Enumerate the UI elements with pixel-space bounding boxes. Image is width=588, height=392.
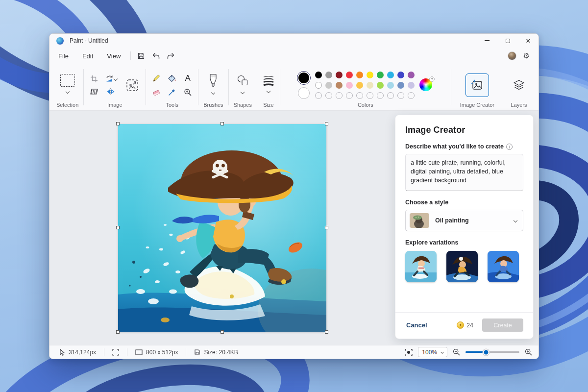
- selection-group: Selection: [52, 64, 82, 110]
- palette-color[interactable]: [387, 82, 394, 89]
- palette-empty-slot[interactable]: [408, 92, 415, 99]
- selection-handle[interactable]: [220, 122, 224, 125]
- layers-button[interactable]: [508, 74, 530, 96]
- cancel-button[interactable]: Cancel: [405, 319, 428, 331]
- resize-image-button[interactable]: [124, 77, 141, 94]
- palette-color[interactable]: [315, 82, 322, 89]
- image-creator-panel: Image Creator Describe what you'd like t…: [395, 115, 534, 339]
- cursor-icon: [59, 349, 65, 356]
- palette-color[interactable]: [346, 82, 353, 89]
- selection-handle[interactable]: [325, 330, 328, 334]
- foreground-color-swatch[interactable]: [297, 72, 310, 84]
- palette-empty-slot[interactable]: [315, 92, 322, 99]
- palette-color[interactable]: [397, 72, 404, 78]
- palette-color[interactable]: [377, 72, 384, 78]
- zoom-in-button[interactable]: [524, 348, 533, 356]
- edit-colors-button[interactable]: +: [419, 78, 433, 92]
- layers-icon: [512, 78, 526, 92]
- menu-view[interactable]: View: [100, 50, 127, 62]
- palette-empty-slot[interactable]: [356, 92, 363, 99]
- create-button[interactable]: Create: [482, 318, 523, 332]
- palette-color[interactable]: [367, 72, 373, 78]
- image-creator-group-label: Image Creator: [460, 102, 494, 109]
- minimize-button[interactable]: [477, 34, 497, 48]
- magnifier-tool-button[interactable]: [182, 87, 193, 98]
- palette-empty-slot[interactable]: [367, 92, 373, 99]
- palette-empty-slot[interactable]: [346, 92, 353, 99]
- selection-handle[interactable]: [116, 122, 120, 125]
- text-tool-button[interactable]: A: [182, 73, 193, 84]
- save-button[interactable]: [134, 49, 148, 62]
- selection-chevron-down-icon[interactable]: [65, 90, 69, 94]
- palette-empty-slot[interactable]: [387, 92, 394, 99]
- eraser-tool-button[interactable]: [151, 87, 162, 98]
- info-icon[interactable]: i: [506, 144, 513, 150]
- image-creator-button[interactable]: [466, 74, 489, 97]
- zoom-level-select[interactable]: 100%: [418, 347, 447, 357]
- brushes-chevron-down-icon[interactable]: [211, 90, 215, 94]
- flip-button[interactable]: [102, 86, 119, 97]
- menu-edit[interactable]: Edit: [75, 50, 100, 62]
- palette-color[interactable]: [336, 72, 343, 78]
- selection-handle[interactable]: [325, 122, 328, 125]
- palette-empty-slot[interactable]: [325, 92, 332, 99]
- variation-thumbnail-1[interactable]: [405, 251, 437, 282]
- rotate-button[interactable]: [102, 74, 119, 84]
- variation-thumbnail-2[interactable]: [446, 251, 478, 282]
- brush-icon[interactable]: [208, 74, 219, 88]
- palette-color[interactable]: [408, 72, 415, 78]
- palette-color[interactable]: [325, 72, 332, 78]
- zoom-slider[interactable]: [466, 349, 519, 356]
- palette-color[interactable]: [387, 72, 394, 78]
- settings-gear-icon[interactable]: ⚙: [523, 51, 530, 60]
- palette-empty-slot[interactable]: [336, 92, 343, 99]
- selection-handle[interactable]: [220, 330, 224, 334]
- paint-app-icon: [56, 37, 64, 45]
- palette-color[interactable]: [408, 82, 415, 89]
- shapes-chevron-down-icon[interactable]: [241, 90, 245, 94]
- selection-handle[interactable]: [116, 330, 120, 334]
- pencil-tool-button[interactable]: [151, 73, 162, 84]
- redo-button[interactable]: [163, 49, 178, 62]
- palette-color[interactable]: [397, 82, 404, 89]
- prompt-input[interactable]: a little cute pirate, running, colorful,…: [405, 154, 523, 191]
- fit-to-screen-icon[interactable]: [404, 348, 413, 356]
- palette-color[interactable]: [336, 82, 343, 89]
- undo-button[interactable]: [148, 49, 163, 62]
- style-dropdown[interactable]: Oil painting: [405, 210, 523, 231]
- variation-thumbnail-3[interactable]: [488, 251, 519, 282]
- palette-empty-slot[interactable]: [377, 92, 384, 99]
- palette-empty-slot[interactable]: [397, 92, 404, 99]
- background-color-swatch[interactable]: [298, 87, 310, 99]
- shapes-icon[interactable]: [236, 74, 249, 87]
- color-picker-tool-button[interactable]: [167, 87, 177, 98]
- selection-handle[interactable]: [116, 226, 120, 229]
- selection-tool-button[interactable]: [60, 74, 75, 87]
- palette-color[interactable]: [346, 72, 353, 78]
- ribbon-divider: [451, 69, 451, 105]
- palette-color[interactable]: [315, 72, 322, 78]
- palette-color[interactable]: [356, 82, 363, 89]
- remove-background-button[interactable]: [89, 86, 99, 97]
- zoom-slider-handle[interactable]: [483, 349, 489, 355]
- close-button[interactable]: ✕: [518, 34, 539, 48]
- selection-handle[interactable]: [325, 226, 328, 229]
- palette-color[interactable]: [356, 72, 363, 78]
- palette-color[interactable]: [325, 82, 332, 89]
- fill-tool-button[interactable]: [167, 73, 177, 84]
- eraser-icon: [152, 88, 161, 97]
- palette-color[interactable]: [367, 82, 373, 89]
- crop-button[interactable]: [89, 74, 99, 84]
- file-size-icon: [194, 349, 200, 355]
- window-title: Paint - Untitled: [70, 37, 108, 44]
- line-size-icon[interactable]: [262, 75, 275, 87]
- zoom-out-button[interactable]: [452, 348, 461, 356]
- size-chevron-down-icon[interactable]: [267, 89, 270, 93]
- menu-file[interactable]: File: [51, 50, 75, 62]
- account-avatar[interactable]: [508, 51, 516, 60]
- maximize-button[interactable]: [497, 34, 518, 48]
- palette-color[interactable]: [377, 82, 384, 89]
- canvas[interactable]: [118, 124, 326, 332]
- rotate-chevron-down-icon: [114, 76, 118, 80]
- close-icon: ✕: [526, 38, 531, 44]
